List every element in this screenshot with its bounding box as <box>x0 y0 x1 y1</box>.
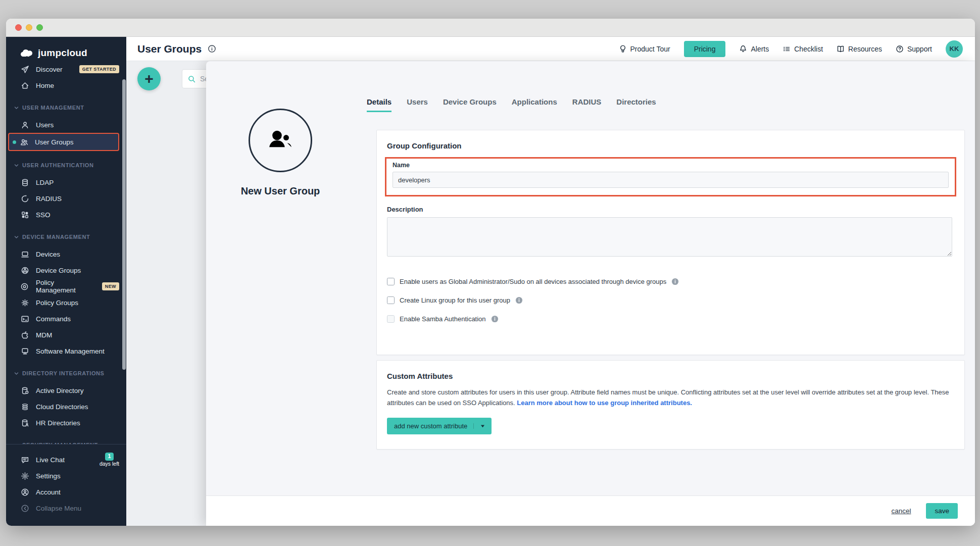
tab-device-groups[interactable]: Device Groups <box>443 97 497 112</box>
sidebar: jumpcloud DiscoverGET STARTEDHomeUSER MA… <box>6 37 126 526</box>
tab-directories[interactable]: Directories <box>616 97 656 112</box>
days-left-label: days left <box>100 461 119 467</box>
sidebar-section-device-management[interactable]: DEVICE MANAGEMENT <box>6 233 126 241</box>
sidebar-item-commands[interactable]: Commands <box>6 311 126 327</box>
sidebar-section-user-authentication[interactable]: USER AUTHENTICATION <box>6 161 126 169</box>
home-icon <box>20 81 29 90</box>
custom-attributes-title: Custom Attributes <box>387 372 954 380</box>
sidebar-nav: DiscoverGET STARTEDHomeUSER MANAGEMENTUs… <box>6 61 126 444</box>
add-custom-attribute-label: add new custom attribute <box>394 422 467 430</box>
mdm-icon <box>20 331 29 339</box>
zoom-window-button[interactable] <box>36 24 43 31</box>
topnav-checklist[interactable]: Checklist <box>782 45 823 53</box>
sidebar-item-label: Software Management <box>36 348 105 355</box>
checkbox-label: Create Linux group for this user group <box>400 296 510 304</box>
sidebar-item-collapse-menu[interactable]: Collapse Menu <box>6 500 126 516</box>
section-header-label: DIRECTORY INTEGRATIONS <box>22 370 105 376</box>
live-chat-icon <box>20 456 29 464</box>
sidebar-item-policy-groups[interactable]: Policy Groups <box>6 294 126 311</box>
entity-title: New User Group <box>220 185 341 197</box>
sidebar-item-users[interactable]: Users <box>6 117 126 133</box>
sidebar-section-directory-integrations[interactable]: DIRECTORY INTEGRATIONS <box>6 369 126 377</box>
add-custom-attribute-button[interactable]: add new custom attribute <box>387 418 492 434</box>
description-label: Description <box>387 206 954 213</box>
description-textarea[interactable] <box>387 217 952 257</box>
sidebar-item-label: Users <box>36 121 54 129</box>
badge-get-started: GET STARTED <box>79 65 119 73</box>
tab-details[interactable]: Details <box>367 97 391 112</box>
window-titlebar <box>6 19 975 37</box>
topnav-product-tour[interactable]: Product Tour <box>619 45 670 53</box>
sidebar-section-security-management[interactable]: SECURITY MANAGEMENT <box>6 441 126 444</box>
alerts-icon <box>739 45 747 53</box>
sidebar-item-account[interactable]: Account <box>6 484 126 500</box>
sidebar-item-cloud-directories[interactable]: Cloud Directories <box>6 399 126 415</box>
active-indicator-dot <box>13 140 16 144</box>
info-filled-icon[interactable] <box>515 296 523 304</box>
new-user-group-panel: New User Group DetailsUsersDevice Groups… <box>206 61 975 526</box>
inherited-attributes-link[interactable]: Learn more about how to use group inheri… <box>517 399 692 407</box>
sidebar-item-settings[interactable]: Settings <box>6 468 126 484</box>
checkbox-enable-users-as-global-administrator-sud[interactable] <box>387 278 395 285</box>
cancel-button[interactable]: cancel <box>891 507 911 515</box>
topnav-support[interactable]: Support <box>896 45 932 53</box>
sidebar-item-software-management[interactable]: Software Management <box>6 343 126 359</box>
sidebar-item-discover[interactable]: DiscoverGET STARTED <box>6 61 126 77</box>
checkbox-row: Enable Samba Authentication <box>387 315 954 323</box>
sidebar-section-user-management[interactable]: USER MANAGEMENT <box>6 104 126 112</box>
tab-users[interactable]: Users <box>407 97 428 112</box>
info-filled-icon[interactable] <box>671 278 679 285</box>
account-icon <box>20 488 29 497</box>
close-icon[interactable] <box>948 73 961 86</box>
sidebar-item-active-directory[interactable]: Active Directory <box>6 382 126 399</box>
trial-days-badge: 1days left <box>100 453 119 466</box>
sidebar-item-user-groups[interactable]: User Groups <box>8 133 119 151</box>
save-button[interactable]: save <box>926 503 958 519</box>
sidebar-item-sso[interactable]: SSO <box>6 207 126 223</box>
topnav-label: Checklist <box>794 45 823 53</box>
hr-directories-icon <box>20 419 29 427</box>
sidebar-scrollbar[interactable] <box>122 79 126 370</box>
sidebar-item-home[interactable]: Home <box>6 77 126 93</box>
group-name-input[interactable] <box>393 172 949 188</box>
logo-text: jumpcloud <box>38 47 87 59</box>
info-icon[interactable] <box>208 44 216 53</box>
panel-tabs: DetailsUsersDevice GroupsApplicationsRAD… <box>367 97 656 112</box>
minimize-window-button[interactable] <box>26 24 32 31</box>
sidebar-item-label: User Groups <box>35 138 74 146</box>
radius-icon <box>20 194 29 203</box>
topnav-pricing-button[interactable]: Pricing <box>684 41 726 57</box>
sidebar-item-ldap[interactable]: LDAP <box>6 174 126 190</box>
sidebar-item-policy-management[interactable]: Policy ManagementNEW <box>6 278 126 294</box>
entity-block: New User Group <box>220 96 341 197</box>
discover-icon <box>20 65 29 74</box>
sidebar-item-radius[interactable]: RADIUS <box>6 190 126 207</box>
sidebar-item-devices[interactable]: Devices <box>6 246 126 262</box>
software-management-icon <box>20 347 29 356</box>
sidebar-item-label: Account <box>36 488 61 496</box>
info-filled-icon[interactable] <box>491 315 499 323</box>
cloud-directories-icon <box>20 403 29 411</box>
policy-management-icon <box>20 282 29 291</box>
sidebar-item-hr-directories[interactable]: HR Directories <box>6 415 126 431</box>
topnav-alerts[interactable]: Alerts <box>739 45 769 53</box>
sidebar-item-device-groups[interactable]: Device Groups <box>6 262 126 278</box>
sidebar-item-live-chat[interactable]: Live Chat1days left <box>6 452 126 468</box>
topnav-resources[interactable]: Resources <box>837 45 882 53</box>
sidebar-item-mdm[interactable]: MDM <box>6 327 126 343</box>
add-user-group-button[interactable]: + <box>137 67 161 90</box>
sidebar-bottom-nav: Live Chat1days leftSettingsAccountCollap… <box>6 444 126 516</box>
tab-applications[interactable]: Applications <box>512 97 557 112</box>
ldap-icon <box>20 178 29 187</box>
settings-icon <box>20 472 29 480</box>
checkbox-create-linux-group-for-this-user-group[interactable] <box>387 296 395 304</box>
tab-radius[interactable]: RADIUS <box>572 97 602 112</box>
collapse-menu-icon <box>20 504 29 513</box>
user-avatar[interactable]: KK <box>946 40 963 58</box>
sso-icon <box>20 211 29 219</box>
close-window-button[interactable] <box>15 24 22 31</box>
sidebar-item-label: Policy Management <box>36 279 95 294</box>
panel-footer: cancel save <box>206 495 975 526</box>
sidebar-item-label: Home <box>36 82 54 89</box>
checkbox-label: Enable Samba Authentication <box>400 315 486 323</box>
